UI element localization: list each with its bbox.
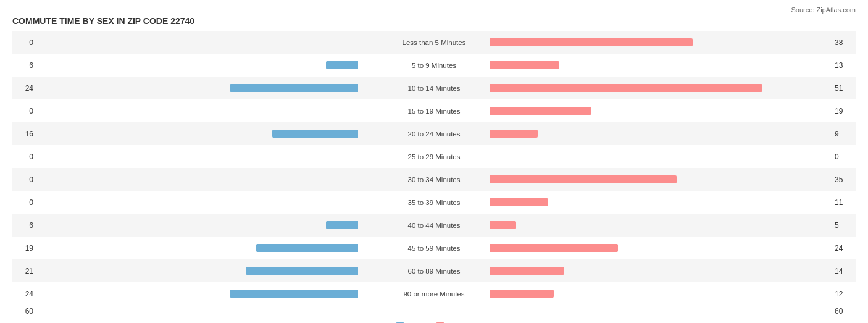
- female-bar-wrap: [490, 84, 811, 92]
- left-value: 16: [12, 130, 37, 138]
- male-bar-wrap: [37, 244, 358, 252]
- source-text: Source: ZipAtlas.com: [12, 6, 856, 14]
- male-bar-wrap: [37, 38, 358, 46]
- row-label: 10 to 14 Minutes: [378, 85, 490, 92]
- left-value: 0: [12, 198, 37, 207]
- row-label: 20 to 24 Minutes: [378, 130, 490, 138]
- female-bar-wrap: [490, 61, 811, 69]
- left-value: 0: [12, 153, 37, 161]
- female-bar: [490, 84, 762, 92]
- female-bar: [490, 107, 591, 115]
- row-label: 5 to 9 Minutes: [378, 62, 490, 69]
- row-label: 90 or more Minutes: [378, 290, 490, 298]
- female-bar-wrap: [490, 221, 811, 229]
- row-label: 35 to 39 Minutes: [378, 199, 490, 206]
- female-bar-wrap: [490, 175, 811, 183]
- chart-row: 16 20 to 24 Minutes 9: [12, 122, 856, 145]
- row-label: 30 to 34 Minutes: [378, 176, 490, 183]
- female-bar: [490, 267, 564, 275]
- row-label: 25 to 29 Minutes: [378, 153, 490, 161]
- male-bar: [230, 290, 358, 298]
- left-value: 19: [12, 244, 37, 253]
- male-bar: [272, 130, 358, 138]
- row-label: 45 to 59 Minutes: [378, 245, 490, 252]
- left-value: 6: [12, 221, 37, 230]
- chart-row: 6 5 to 9 Minutes 13: [12, 54, 856, 77]
- chart-row: 0 Less than 5 Minutes 38: [12, 31, 856, 54]
- right-value: 5: [831, 221, 856, 230]
- row-label: 60 to 89 Minutes: [378, 267, 490, 275]
- chart-row: 24 10 to 14 Minutes 51: [12, 77, 856, 99]
- male-bar-wrap: [37, 130, 358, 138]
- right-value: 38: [831, 38, 856, 47]
- row-label: 15 to 19 Minutes: [378, 107, 490, 115]
- chart-row: 21 60 to 89 Minutes 14: [12, 259, 856, 282]
- female-bar-wrap: [490, 198, 811, 206]
- male-bar: [256, 244, 358, 252]
- axis-row: 60 60: [12, 305, 856, 317]
- chart-row: 0 25 to 29 Minutes 0: [12, 145, 856, 168]
- male-bar-wrap: [37, 175, 358, 183]
- female-bar-wrap: [490, 38, 811, 46]
- female-bar-wrap: [490, 267, 811, 275]
- male-bar-wrap: [37, 107, 358, 115]
- male-bar-wrap: [37, 84, 358, 92]
- female-bar: [490, 290, 554, 298]
- male-bar-wrap: [37, 153, 358, 161]
- female-bar-wrap: [490, 130, 811, 138]
- right-value: 11: [831, 198, 856, 207]
- female-bar-wrap: [490, 107, 811, 115]
- male-bar: [326, 221, 358, 229]
- right-value: 19: [831, 107, 856, 115]
- female-bar: [490, 130, 538, 138]
- female-bar: [490, 221, 516, 229]
- row-label: 40 to 44 Minutes: [378, 222, 490, 229]
- left-value: 0: [12, 38, 37, 47]
- chart-row: 19 45 to 59 Minutes 24: [12, 237, 856, 259]
- male-bar-wrap: [37, 198, 358, 206]
- female-bar: [490, 244, 618, 252]
- female-bar-wrap: [490, 244, 811, 252]
- female-bar-wrap: [490, 153, 811, 161]
- male-bar-wrap: [37, 221, 358, 229]
- left-value: 24: [12, 290, 37, 298]
- right-value: 12: [831, 290, 856, 298]
- right-value: 51: [831, 84, 856, 93]
- left-value: 0: [12, 107, 37, 115]
- male-bar-wrap: [37, 290, 358, 298]
- male-bar-wrap: [37, 267, 358, 275]
- left-value: 0: [12, 175, 37, 184]
- right-value: 0: [831, 153, 856, 161]
- female-bar-wrap: [490, 290, 811, 298]
- female-bar: [490, 175, 677, 183]
- chart-row: 0 15 to 19 Minutes 19: [12, 99, 856, 122]
- left-value: 21: [12, 267, 37, 275]
- chart-row: 6 40 to 44 Minutes 5: [12, 214, 856, 237]
- chart-row: 24 90 or more Minutes 12: [12, 282, 856, 305]
- left-value: 24: [12, 84, 37, 93]
- chart-title: COMMUTE TIME BY SEX IN ZIP CODE 22740: [12, 16, 856, 26]
- right-value: 13: [831, 61, 856, 70]
- right-value: 9: [831, 130, 856, 138]
- right-value: 14: [831, 267, 856, 275]
- chart-row: 0 35 to 39 Minutes 11: [12, 191, 856, 214]
- row-label: Less than 5 Minutes: [378, 39, 490, 46]
- male-bar: [230, 84, 358, 92]
- right-value: 24: [831, 244, 856, 253]
- female-bar: [490, 38, 693, 46]
- female-bar: [490, 61, 559, 69]
- male-bar: [246, 267, 358, 275]
- left-value: 6: [12, 61, 37, 70]
- chart-row: 0 30 to 34 Minutes 35: [12, 168, 856, 191]
- axis-right-label: 60: [831, 307, 856, 316]
- male-bar-wrap: [37, 61, 358, 69]
- female-bar: [490, 198, 548, 206]
- axis-left-label: 60: [12, 307, 37, 316]
- male-bar: [326, 61, 358, 69]
- chart-area: 0 Less than 5 Minutes 38 6 5 to 9 Minute…: [12, 31, 856, 305]
- right-value: 35: [831, 175, 856, 184]
